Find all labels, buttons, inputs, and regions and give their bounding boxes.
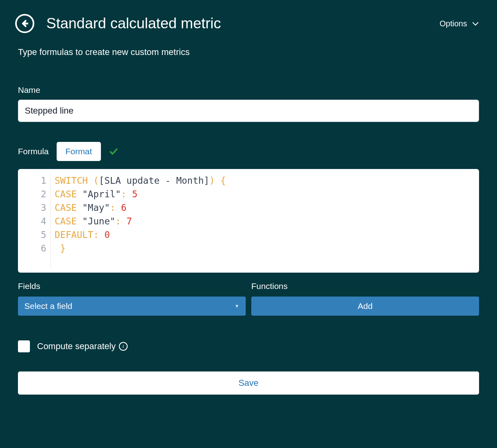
options-label: Options [440, 19, 467, 28]
functions-label: Functions [251, 281, 479, 291]
functions-col: Functions Add [251, 281, 479, 316]
compute-separately-label: Compute separately [37, 341, 116, 352]
chevron-down-icon [472, 21, 479, 26]
fields-functions-row: Fields Select a field ▼ Functions Add [18, 281, 479, 316]
line-number: 3 [18, 201, 46, 214]
caret-down-icon: ▼ [235, 303, 239, 309]
line-number: 6 [18, 242, 46, 255]
fields-label: Fields [18, 281, 246, 291]
line-number: 1 [18, 174, 46, 187]
code-line: SWITCH ([SLA update - Month]) { [55, 174, 479, 187]
arrow-left-fill-icon [20, 18, 30, 29]
page-header: Standard calculated metric Options [0, 0, 497, 33]
name-group: Name [18, 85, 479, 122]
line-gutter: 123456 [18, 174, 51, 268]
code-line: CASE "April": 5 [55, 187, 479, 201]
compute-separately-row: Compute separately i [18, 340, 479, 352]
name-input[interactable] [18, 100, 479, 122]
code-line: } [55, 242, 479, 255]
page-title: Standard calculated metric [46, 15, 221, 32]
format-button[interactable]: Format [57, 142, 101, 161]
content-area: Type formulas to create new custom metri… [0, 33, 497, 395]
name-label: Name [18, 85, 479, 95]
formula-editor[interactable]: 123456 SWITCH ([SLA update - Month]) {CA… [18, 169, 479, 273]
subtitle: Type formulas to create new custom metri… [18, 47, 479, 57]
code-lines: SWITCH ([SLA update - Month]) {CASE "Apr… [51, 174, 479, 268]
formula-label: Formula [18, 147, 49, 156]
add-function-button[interactable]: Add [251, 297, 479, 316]
valid-check-icon [109, 147, 118, 156]
fields-col: Fields Select a field ▼ [18, 281, 246, 316]
compute-separately-label-wrap: Compute separately i [37, 341, 128, 352]
formula-header: Formula Format [18, 142, 479, 161]
header-left: Standard calculated metric [15, 14, 221, 33]
save-button[interactable]: Save [18, 371, 479, 395]
fields-select[interactable]: Select a field ▼ [18, 297, 246, 316]
line-number: 5 [18, 228, 46, 242]
code-line: CASE "May": 6 [55, 201, 479, 214]
options-dropdown[interactable]: Options [440, 19, 479, 28]
compute-separately-checkbox[interactable] [18, 340, 30, 352]
line-number: 2 [18, 187, 46, 201]
info-icon[interactable]: i [119, 342, 128, 351]
line-number: 4 [18, 214, 46, 228]
code-line: CASE "June": 7 [55, 214, 479, 228]
code-line: DEFAULT: 0 [55, 228, 479, 242]
back-button[interactable] [15, 14, 34, 33]
fields-placeholder: Select a field [24, 301, 72, 311]
